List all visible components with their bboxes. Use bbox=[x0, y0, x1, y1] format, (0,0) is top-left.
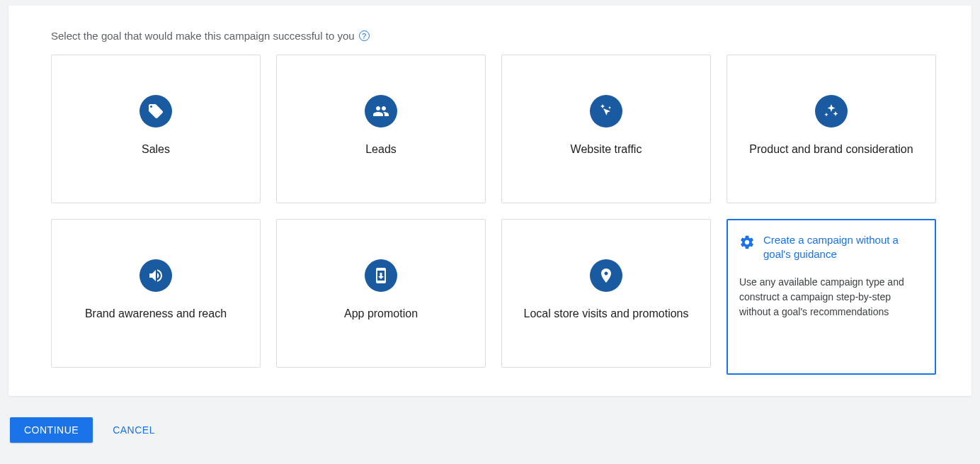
goal-card-local-store[interactable]: Local store visits and promotions bbox=[501, 219, 711, 368]
gear-icon bbox=[739, 234, 755, 250]
goal-card-website-traffic[interactable]: Website traffic bbox=[501, 55, 711, 203]
goals-grid: Sales Leads Website traffic Product and … bbox=[51, 55, 936, 375]
goal-card-product-brand[interactable]: Product and brand consideration bbox=[727, 55, 936, 203]
tag-icon bbox=[139, 95, 172, 128]
heading-text: Select the goal that would make this cam… bbox=[51, 30, 355, 42]
goal-card-label: App promotion bbox=[344, 307, 418, 320]
cursor-sparkle-icon bbox=[590, 95, 622, 128]
goal-card-app-promotion[interactable]: App promotion bbox=[276, 219, 486, 368]
continue-button[interactable]: CONTINUE bbox=[10, 417, 93, 443]
goal-card-label: Leads bbox=[365, 143, 397, 156]
phone-download-icon bbox=[365, 259, 397, 292]
pin-icon bbox=[590, 259, 622, 292]
goal-card-label: Product and brand consideration bbox=[749, 143, 913, 156]
goal-card-label: Website traffic bbox=[571, 143, 642, 156]
action-bar: CONTINUE CANCEL bbox=[8, 417, 972, 443]
no-goal-description: Use any available campaign type and cons… bbox=[739, 275, 923, 319]
help-icon[interactable]: ? bbox=[359, 30, 370, 41]
goal-selection-panel: Select the goal that would make this cam… bbox=[8, 6, 972, 396]
goal-card-sales[interactable]: Sales bbox=[51, 55, 261, 203]
goal-card-no-goal[interactable]: Create a campaign without a goal's guida… bbox=[727, 219, 936, 375]
goal-card-brand-awareness[interactable]: Brand awareness and reach bbox=[51, 219, 261, 368]
sparkles-icon bbox=[815, 95, 848, 128]
goal-card-label: Local store visits and promotions bbox=[524, 307, 689, 320]
no-goal-title: Create a campaign without a goal's guida… bbox=[763, 233, 923, 262]
cancel-button[interactable]: CANCEL bbox=[113, 424, 155, 436]
no-goal-header: Create a campaign without a goal's guida… bbox=[739, 233, 923, 262]
heading-row: Select the goal that would make this cam… bbox=[51, 30, 936, 42]
megaphone-icon bbox=[139, 259, 172, 292]
goal-card-label: Sales bbox=[142, 143, 170, 156]
goal-card-label: Brand awareness and reach bbox=[85, 307, 227, 320]
goal-card-leads[interactable]: Leads bbox=[276, 55, 486, 203]
people-icon bbox=[365, 95, 397, 128]
